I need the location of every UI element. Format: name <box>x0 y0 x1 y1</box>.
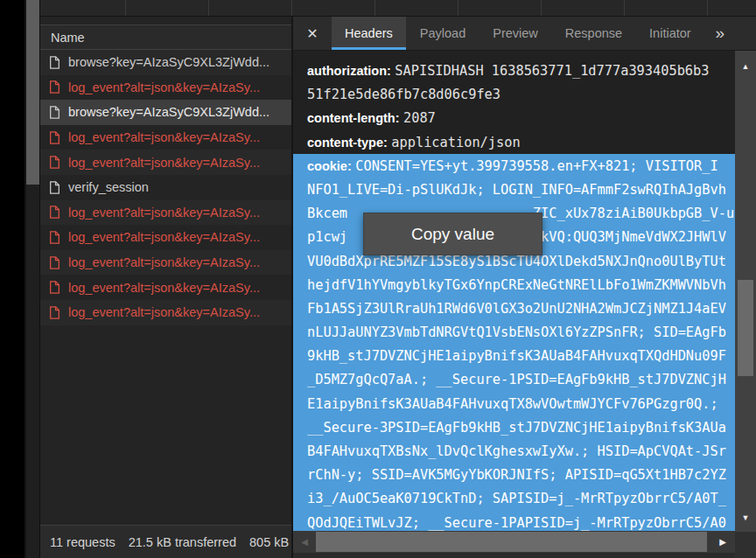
tab-payload[interactable]: Payload <box>407 17 479 50</box>
request-name: log_event?alt=json&key=AIzaSy... <box>68 156 260 170</box>
header-line: 51f21e5de86fb7c8d06c9fe3 <box>307 82 756 106</box>
file-icon <box>49 156 60 169</box>
page-scrollbar-thumb[interactable] <box>26 0 39 185</box>
header-field-value: B4FAHvuxqTXBsNx_lDvQclKghesxwIyXw.; HSID… <box>307 443 726 459</box>
waterfall-header-strip <box>40 0 756 17</box>
request-name: verify_session <box>68 180 149 194</box>
request-row[interactable]: log_event?alt=json&key=AIzaSy... <box>40 75 291 101</box>
request-row[interactable]: log_event?alt=json&key=AIzaSy... <box>40 125 291 150</box>
horizontal-scrollbar-thumb[interactable] <box>316 532 707 552</box>
vertical-scrollbar[interactable]: ▲ ▼ <box>735 51 756 532</box>
close-icon[interactable]: ✕ <box>293 17 332 50</box>
copy-value-menu-item[interactable]: Copy value <box>411 225 494 244</box>
scroll-up-icon[interactable]: ▲ <box>735 56 756 77</box>
header-line: NFO1_LIVE=Di-pSlUKdJk; LOGIN_INFO=AFmmF2… <box>307 178 735 201</box>
file-icon <box>49 106 60 119</box>
header-field-value: E1aipyBnifsK3AUaB4FAHvuxqTX8wVOwtmWJYCFv… <box>307 396 718 412</box>
request-row[interactable]: log_event?alt=json&key=AIzaSy... <box>40 150 291 175</box>
request-headers-block: authorization: SAPISIDHASH 1638563771_1d… <box>293 51 756 154</box>
header-field-name: content-type: <box>307 136 388 150</box>
header-field-value: hejdfV1hYVmgyblkyTGx6YnpCRExNeGtNRElLbFo… <box>307 277 726 293</box>
header-cell <box>126 0 209 16</box>
file-icon <box>49 206 60 219</box>
tab-headers[interactable]: Headers <box>332 17 406 50</box>
scrollbar-corner <box>735 532 756 558</box>
header-line: E1aipyBnifsK3AUaB4FAHvuxqTX8wVOwtmWJYCFv… <box>307 392 735 415</box>
header-field-value: QOdJQEiTWLvJZ; __Secure-1PAPISID=j_-MrRT… <box>307 515 726 531</box>
request-name: log_event?alt=json&key=AIzaSy... <box>68 255 260 269</box>
file-icon <box>49 281 60 294</box>
context-menu[interactable]: Copy value <box>363 213 542 255</box>
file-icon <box>49 56 60 69</box>
request-list-panel: Name browse?key=AIzaSyC9XL3ZjWdd...log_e… <box>40 17 291 558</box>
header-field-value: 9kHB_stJ7DVZNCjHE1aipyBnifsK3AUaB4FAHvux… <box>307 348 726 364</box>
header-line: authorization: SAPISIDHASH 1638563771_1d… <box>307 59 756 82</box>
request-details-panel: ✕ HeadersPayloadPreviewResponseInitiator… <box>291 17 756 558</box>
file-icon <box>49 231 60 244</box>
scroll-right-icon[interactable]: ▶ <box>712 531 733 553</box>
request-name: browse?key=AIzaSyC9XL3ZjWdd... <box>68 105 270 119</box>
header-cell <box>40 0 126 16</box>
header-field-name: content-length: <box>307 111 400 125</box>
request-name: log_event?alt=json&key=AIzaSy... <box>68 230 260 244</box>
request-name: browse?key=AIzaSyC9XL3ZjWdd... <box>68 55 270 69</box>
cookie-header-selection[interactable]: cookie: CONSENT=YES+yt.399739558.en+FX+8… <box>293 154 735 534</box>
scroll-down-icon[interactable]: ▼ <box>735 507 756 528</box>
header-field-value: 51f21e5de86fb7c8d06c9fe3 <box>307 87 500 102</box>
page-background <box>0 0 24 558</box>
resources-size: 805 kB <box>249 535 289 549</box>
network-status-bar: 11 requests 21.5 kB transferred 805 kB <box>40 525 291 558</box>
header-line: nLUJJaUNYZ3VmbTdNRGVtQ1VsbENsOXl6YzZPSnF… <box>307 320 735 344</box>
scroll-left-icon[interactable]: ◀ <box>295 531 314 553</box>
header-field-name: cookie: <box>307 159 352 173</box>
file-icon <box>49 80 60 94</box>
request-row[interactable]: browse?key=AIzaSyC9XL3ZjWdd... <box>40 50 291 75</box>
header-field-value: SAPISIDHASH 1638563771_1d777a393405b6b3 <box>395 63 709 79</box>
header-line: content-length: 2087 <box>307 106 756 129</box>
header-field-value: Fb1A5SjZ3UlRraUh1RWd6V0lGX3o2UnU2NHA2WmJ… <box>307 301 726 317</box>
tab-strip: ✕ HeadersPayloadPreviewResponseInitiator… <box>293 17 756 51</box>
tab-response[interactable]: Response <box>552 17 635 50</box>
header-line: rChN-y; SSID=AVK5MGyYbKORJNIfS; APISID=q… <box>307 463 735 486</box>
header-cell <box>458 0 542 16</box>
tab-preview[interactable]: Preview <box>480 17 551 50</box>
file-icon <box>49 131 60 144</box>
page-scrollbar[interactable] <box>24 0 39 558</box>
header-line: __Secure-3PSID=EAgFb9kHB_stJ7DVZNCjHE1ai… <box>307 415 735 439</box>
file-icon <box>49 306 60 319</box>
request-row[interactable]: verify_session <box>40 175 291 200</box>
request-name: log_event?alt=json&key=AIzaSy... <box>68 281 260 295</box>
header-field-value: rChN-y; SSID=AVK5MGyYbKORJNIfS; APISID=q… <box>307 467 726 483</box>
tab-initiator[interactable]: Initiator <box>636 17 704 50</box>
request-row[interactable]: log_event?alt=json&key=AIzaSy... <box>40 300 291 325</box>
file-icon <box>49 256 60 269</box>
request-row[interactable]: log_event?alt=json&key=AIzaSy... <box>40 275 291 300</box>
request-row[interactable]: log_event?alt=json&key=AIzaSy... <box>40 225 291 250</box>
header-field-value: CONSENT=YES+yt.399739558.en+FX+821; VISI… <box>355 158 718 174</box>
header-line: content-type: application/json <box>307 130 756 154</box>
header-cell <box>708 0 756 16</box>
header-line: i3_/AuOC5eaK0719CkTnD; SAPISID=j_-MrRTpy… <box>307 486 735 510</box>
horizontal-scrollbar[interactable]: ◀ ▶ <box>293 531 735 553</box>
request-name: log_event?alt=json&key=AIzaSy... <box>68 130 260 144</box>
request-count: 11 requests <box>50 535 116 549</box>
vertical-scrollbar-thumb[interactable] <box>738 280 753 376</box>
request-name: log_event?alt=json&key=AIzaSy... <box>68 80 260 94</box>
devtools-network-panel: Name browse?key=AIzaSyC9XL3ZjWdd...log_e… <box>39 0 756 558</box>
header-field-value: __Secure-3PSID=EAgFb9kHB_stJ7DVZNCjHE1ai… <box>307 420 726 436</box>
file-icon <box>49 181 60 194</box>
request-row[interactable]: browse?key=AIzaSyC9XL3ZjWdd... <box>40 100 291 125</box>
request-row[interactable]: log_event?alt=json&key=AIzaSy... <box>40 200 291 226</box>
more-tabs-icon[interactable]: » <box>715 17 756 50</box>
header-field-value: _D5MZ7gQcQ7aA.; __Secure-1PSID=EAgFb9kHB… <box>307 372 726 387</box>
header-line: cookie: CONSENT=YES+yt.399739558.en+FX+8… <box>307 154 735 178</box>
request-row[interactable]: log_event?alt=json&key=AIzaSy... <box>40 250 291 276</box>
header-line: _D5MZ7gQcQ7aA.; __Secure-1PSID=EAgFb9kHB… <box>307 367 735 391</box>
header-field-name: authorization: <box>307 64 391 78</box>
header-cell <box>625 0 708 16</box>
header-line: B4FAHvuxqTXBsNx_lDvQclKghesxwIyXw.; HSID… <box>307 439 735 463</box>
transferred-size: 21.5 kB transferred <box>129 535 236 549</box>
name-column-header[interactable]: Name <box>40 24 291 50</box>
header-field-value: VU0dBdXprRE5MZF15SE8yS1BScTU4OXlDekd5NXJ… <box>307 254 726 269</box>
header-cell <box>209 0 292 16</box>
